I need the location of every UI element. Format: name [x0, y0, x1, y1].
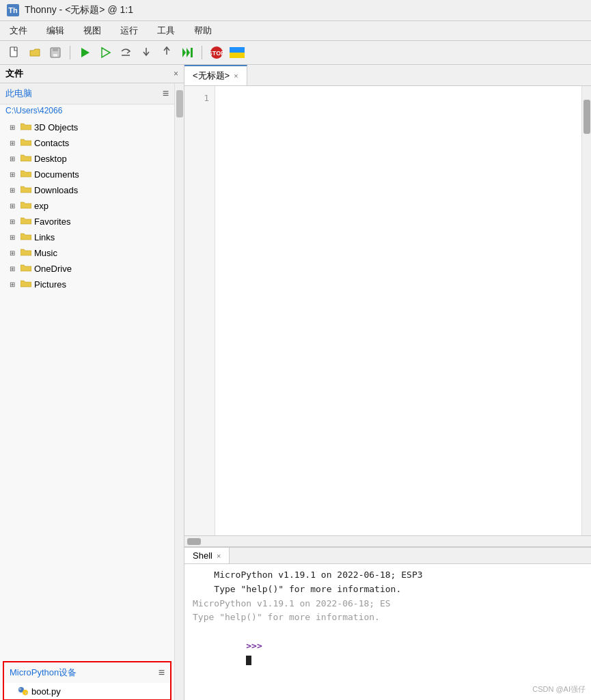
folder-label-links: Links	[34, 232, 55, 242]
editor-area: <无标题> × 1	[184, 65, 591, 546]
micropython-file-bootpy-label: boot.py	[31, 686, 61, 697]
toolbar: STOP	[0, 41, 591, 65]
resume-button[interactable]	[178, 44, 196, 61]
menu-bar: 文件编辑视图运行工具帮助	[0, 21, 591, 41]
shell-tabs: Shell ×	[184, 548, 591, 564]
svg-rect-11	[191, 48, 193, 57]
stop-button[interactable]: STOP	[208, 44, 225, 61]
menu-item-运行[interactable]: 运行	[116, 23, 142, 39]
editor-content: 1	[184, 86, 591, 535]
folder-3dobjects[interactable]: ⊞ 3D Objects	[0, 120, 174, 135]
folder-documents[interactable]: ⊞ Documents	[0, 167, 174, 182]
step-over-button[interactable]	[117, 44, 135, 61]
debug-button[interactable]	[96, 44, 114, 61]
folder-exp[interactable]: ⊞ exp	[0, 198, 174, 214]
svg-text:STOP: STOP	[209, 50, 224, 57]
folder-onedrive[interactable]: ⊞ OneDrive	[0, 261, 174, 277]
shell-line-1: MicroPython v1.19.1 on 2022-06-18; ESP3	[193, 568, 583, 583]
shell-content: MicroPython v1.19.1 on 2022-06-18; ESP3 …	[184, 564, 591, 700]
line-number-1: 1	[184, 92, 215, 105]
folder-icon-documents	[20, 169, 31, 180]
editor-tab-label: <无标题>	[193, 70, 230, 82]
menu-item-工具[interactable]: 工具	[153, 23, 179, 39]
menu-item-编辑[interactable]: 编辑	[42, 23, 68, 39]
folder-label-onedrive: OneDrive	[34, 264, 72, 274]
shell-prompt: >>>	[246, 641, 267, 651]
this-pc-label: 此电脑	[5, 87, 32, 100]
run-button[interactable]	[76, 44, 94, 61]
svg-rect-0	[10, 47, 17, 57]
menu-item-帮助[interactable]: 帮助	[190, 23, 216, 39]
folder-contacts[interactable]: ⊞ Contacts	[0, 135, 174, 151]
flag-button[interactable]	[228, 44, 246, 61]
shell-tab-close[interactable]: ×	[217, 552, 221, 560]
folder-downloads[interactable]: ⊞ Downloads	[0, 182, 174, 198]
svg-point-17	[23, 690, 28, 695]
this-pc-header: 此电脑 ≡	[0, 83, 174, 104]
micropython-file-bootpy[interactable]: boot.py	[4, 683, 170, 699]
step-out-button[interactable]	[158, 44, 176, 61]
shell-tab[interactable]: Shell ×	[184, 548, 230, 563]
shell-line-3: MicroPython v1.19.1 on 2022-06-18; ES	[193, 597, 583, 611]
file-panel: 文件 × 此电脑 ≡ C:\Users\42066 ⊞ 3D Objects	[0, 65, 184, 700]
shell-line-4: Type "help()" for more information.	[193, 611, 583, 625]
toolbar-sep-1	[70, 46, 70, 59]
editor-tab-untitled[interactable]: <无标题> ×	[184, 65, 247, 85]
folder-label-exp: exp	[34, 201, 49, 211]
svg-marker-5	[102, 48, 110, 57]
folder-desktop[interactable]: ⊞ Desktop	[0, 151, 174, 167]
menu-item-文件[interactable]: 文件	[5, 23, 31, 39]
title-bar-text: Thonny - <无标题> @ 1:1	[25, 4, 133, 16]
this-pc-path[interactable]: C:\Users\42066	[0, 104, 174, 120]
save-file-button[interactable]	[46, 44, 64, 61]
svg-marker-9	[182, 48, 186, 57]
folder-icon-links	[20, 232, 31, 243]
shell-prompt-line: >>>	[193, 625, 583, 682]
editor-vscroll[interactable]	[581, 86, 591, 535]
folder-favorites[interactable]: ⊞ Favorites	[0, 214, 174, 229]
file-panel-close[interactable]: ×	[174, 69, 178, 79]
file-tree: 此电脑 ≡ C:\Users\42066 ⊞ 3D Objects ⊞	[0, 83, 174, 700]
menu-item-视图[interactable]: 视图	[79, 23, 105, 39]
svg-rect-15	[230, 53, 245, 58]
folder-pictures[interactable]: ⊞ Pictures	[0, 277, 174, 292]
editor-vscroll-thumb[interactable]	[583, 100, 590, 134]
folder-links[interactable]: ⊞ Links	[0, 229, 174, 245]
shell-line-2: Type "help()" for more information.	[193, 583, 583, 597]
expand-pictures: ⊞	[10, 281, 20, 288]
folder-icon-downloads	[20, 184, 31, 196]
micropython-section: MicroPython设备 ≡ boot.py	[3, 661, 171, 700]
shell-panel: Shell × MicroPython v1.19.1 on 2022-06-1…	[184, 546, 591, 700]
editor-tab-close[interactable]: ×	[234, 72, 238, 80]
code-area[interactable]	[215, 86, 581, 535]
folder-music[interactable]: ⊞ Music	[0, 245, 174, 261]
folder-icon-contacts	[20, 137, 31, 149]
folder-label-favorites: Favorites	[34, 216, 70, 227]
left-panel-scrollbar[interactable]	[174, 83, 184, 700]
folder-label-pictures: Pictures	[34, 279, 66, 290]
open-file-button[interactable]	[26, 44, 44, 61]
shell-tab-label: Shell	[193, 550, 212, 561]
expand-documents: ⊞	[10, 171, 20, 178]
svg-point-19	[20, 688, 20, 689]
folder-label-desktop: Desktop	[34, 154, 67, 164]
expand-exp: ⊞	[10, 202, 20, 210]
editor-hscroll-thumb[interactable]	[187, 538, 201, 545]
title-bar: Th Thonny - <无标题> @ 1:1	[0, 0, 591, 21]
left-scroll-thumb[interactable]	[176, 90, 183, 117]
toolbar-sep-2	[202, 46, 202, 59]
new-file-button[interactable]	[5, 44, 23, 61]
folder-icon-3dobjects	[20, 122, 31, 133]
micropython-menu-icon[interactable]: ≡	[159, 667, 165, 679]
svg-marker-10	[187, 48, 190, 57]
editor-hscroll[interactable]	[184, 535, 591, 546]
svg-rect-2	[53, 48, 58, 51]
this-pc-menu-icon[interactable]: ≡	[163, 87, 169, 100]
svg-marker-4	[81, 48, 90, 57]
expand-desktop: ⊞	[10, 155, 20, 163]
file-panel-title: 文件	[5, 68, 23, 80]
expand-downloads: ⊞	[10, 186, 20, 194]
folder-icon-desktop	[20, 153, 31, 165]
step-into-button[interactable]	[137, 44, 155, 61]
folder-icon-onedrive	[20, 263, 31, 275]
